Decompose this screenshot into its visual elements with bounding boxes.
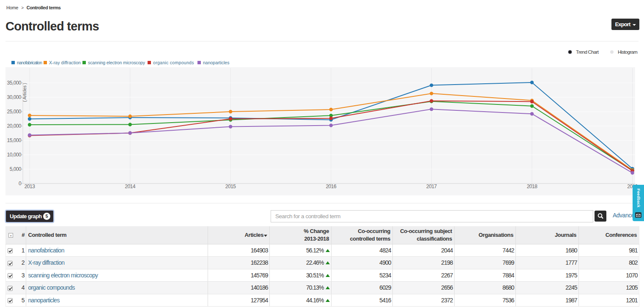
svg-text:20,000: 20,000 — [7, 123, 22, 129]
svg-text:30,000: 30,000 — [7, 94, 22, 100]
svg-text:0: 0 — [19, 181, 22, 186]
svg-text:2016: 2016 — [326, 184, 337, 189]
svg-text:2015: 2015 — [225, 184, 236, 189]
svg-text:35,000: 35,000 — [7, 80, 22, 86]
svg-text:5,000: 5,000 — [10, 166, 22, 172]
svg-text:10,000: 10,000 — [7, 152, 22, 158]
svg-text:( Articles ): ( Articles ) — [22, 83, 27, 102]
svg-text:2014: 2014 — [125, 184, 136, 189]
svg-text:2018: 2018 — [527, 184, 538, 189]
svg-text:25,000: 25,000 — [7, 109, 22, 115]
svg-text:2013: 2013 — [25, 184, 36, 189]
svg-text:15,000: 15,000 — [7, 137, 22, 143]
svg-text:2017: 2017 — [426, 184, 437, 189]
